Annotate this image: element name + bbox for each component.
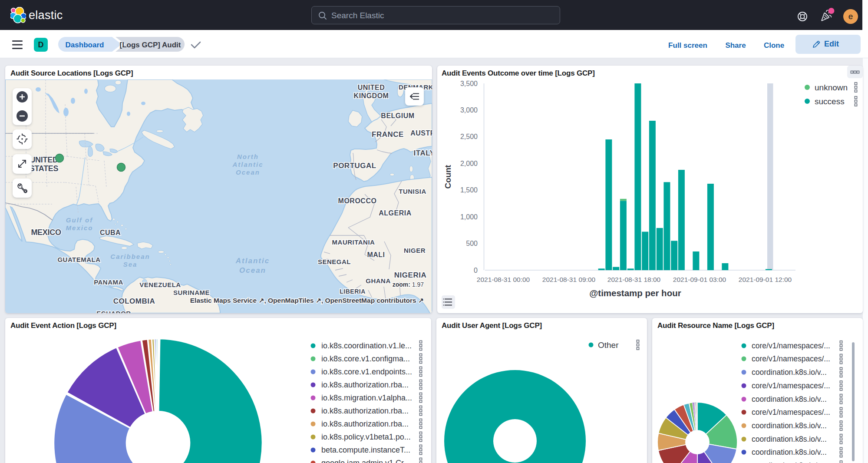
- svg-text:ITALY: ITALY: [414, 149, 432, 157]
- svg-text:TUNISIA: TUNISIA: [399, 188, 426, 195]
- svg-text:io.k8s.policy.v1beta1.po...: io.k8s.policy.v1beta1.po...: [321, 433, 411, 441]
- svg-text:2,500: 2,500: [460, 133, 478, 140]
- svg-text:Dashboard: Dashboard: [66, 41, 104, 49]
- svg-text:Atlantic: Atlantic: [235, 257, 270, 265]
- svg-text:coordination.k8s.io/v...: coordination.k8s.io/v...: [752, 395, 827, 403]
- svg-text:core/v1/namespaces/...: core/v1/namespaces/...: [752, 354, 830, 363]
- svg-text:io.k8s.authorization.rba...: io.k8s.authorization.rba...: [321, 407, 409, 415]
- svg-text:MEXICO: MEXICO: [31, 228, 61, 237]
- svg-text:io.k8s.authorization.rba...: io.k8s.authorization.rba...: [321, 380, 409, 389]
- svg-text:UNITED: UNITED: [30, 155, 58, 164]
- svg-text:2021-08-31 09:00: 2021-08-31 09:00: [542, 276, 596, 283]
- svg-text:3,500: 3,500: [460, 80, 478, 87]
- svg-text:SURINAME: SURINAME: [173, 289, 210, 296]
- svg-text:Ocean: Ocean: [236, 169, 260, 176]
- svg-text:1,000: 1,000: [460, 213, 478, 221]
- svg-text:COLOMBIA: COLOMBIA: [113, 297, 155, 305]
- svg-text:google.iam.admin.v1.Cr...: google.iam.admin.v1.Cr...: [321, 459, 410, 463]
- svg-text:Gulf of: Gulf of: [66, 216, 93, 224]
- svg-text:io.k8s.coordination.v1.le...: io.k8s.coordination.v1.le...: [321, 341, 412, 350]
- svg-text:GHANA: GHANA: [366, 277, 391, 284]
- svg-text:MALI: MALI: [367, 251, 385, 258]
- svg-text:Count: Count: [443, 165, 452, 189]
- svg-text:MAURITANIA: MAURITANIA: [332, 238, 375, 246]
- svg-text:2021-08-31 00:00: 2021-08-31 00:00: [477, 276, 530, 283]
- svg-text:0: 0: [474, 267, 478, 274]
- svg-text:3,000: 3,000: [460, 106, 478, 114]
- svg-text:2,000: 2,000: [460, 160, 478, 167]
- svg-text:core/v1/namespaces/...: core/v1/namespaces/...: [752, 381, 830, 390]
- svg-text:North: North: [237, 153, 259, 160]
- svg-text:AUSTR: AUSTR: [410, 129, 432, 137]
- svg-text:coordination.k8s.io/v...: coordination.k8s.io/v...: [752, 368, 827, 377]
- svg-text:coordination.k8s.io/v...: coordination.k8s.io/v...: [752, 461, 827, 463]
- svg-text:Mexico: Mexico: [66, 224, 93, 232]
- svg-text:coordination.k8s.io/v...: coordination.k8s.io/v...: [752, 435, 827, 443]
- svg-text:Other: Other: [598, 341, 619, 350]
- svg-text:Elastic Maps Service ↗, OpenMa: Elastic Maps Service ↗, OpenMapTiles ↗, …: [190, 297, 424, 304]
- svg-text:KINGDOM: KINGDOM: [354, 92, 389, 99]
- svg-text:beta.compute.instanceT...: beta.compute.instanceT...: [321, 446, 410, 454]
- svg-text:NIGER: NIGER: [404, 247, 426, 254]
- svg-text:VENEZUELA: VENEZUELA: [139, 281, 181, 288]
- svg-text:PORTUGAL: PORTUGAL: [333, 162, 376, 170]
- svg-text:1,500: 1,500: [460, 186, 478, 194]
- svg-text:unknown: unknown: [815, 83, 848, 92]
- svg-text:MOROCCO: MOROCCO: [338, 197, 377, 205]
- svg-text:io.k8s.authorization.rba...: io.k8s.authorization.rba...: [321, 420, 409, 428]
- svg-text:Sea: Sea: [123, 261, 138, 268]
- svg-text:io.k8s.migration.v1alpha...: io.k8s.migration.v1alpha...: [321, 394, 412, 402]
- svg-text:core/v1/namespaces/...: core/v1/namespaces/...: [752, 408, 830, 417]
- svg-text:PANAMA: PANAMA: [94, 278, 123, 286]
- svg-text:FRANCE: FRANCE: [372, 130, 404, 139]
- svg-text:ECUADOR: ECUADOR: [96, 310, 131, 313]
- svg-text:BELGIUM: BELGIUM: [381, 112, 414, 119]
- svg-text:success: success: [815, 97, 845, 106]
- svg-text:2021-08-31 18:00: 2021-08-31 18:00: [607, 276, 661, 283]
- svg-text:CUBA: CUBA: [100, 229, 121, 236]
- svg-text:NIGERIA: NIGERIA: [394, 271, 426, 279]
- svg-text:SENEGAL: SENEGAL: [318, 258, 351, 265]
- svg-text:core/v1/namespaces/...: core/v1/namespaces/...: [752, 341, 830, 350]
- svg-text:Ocean: Ocean: [239, 266, 266, 274]
- svg-text:UNITED: UNITED: [358, 84, 385, 91]
- svg-text:@timestamp per hour: @timestamp per hour: [589, 288, 681, 298]
- svg-text:GUATEMALA: GUATEMALA: [57, 256, 100, 263]
- svg-text:coordination.k8s.io/v...: coordination.k8s.io/v...: [752, 448, 827, 456]
- svg-text:Caribbean: Caribbean: [110, 253, 150, 260]
- svg-text:500: 500: [466, 240, 478, 247]
- svg-text:zoom: 1.97: zoom: 1.97: [393, 281, 424, 288]
- svg-text:coordination.k8s.io/v...: coordination.k8s.io/v...: [752, 421, 827, 430]
- svg-text:ALGERIA: ALGERIA: [379, 209, 412, 217]
- svg-text:Atlantic: Atlantic: [232, 161, 263, 168]
- svg-text:STATES: STATES: [30, 164, 59, 173]
- svg-text:io.k8s.core.v1.configma...: io.k8s.core.v1.configma...: [321, 354, 410, 363]
- svg-text:[Logs GCP] Audit: [Logs GCP] Audit: [119, 41, 181, 49]
- svg-text:io.k8s.core.v1.endpoints...: io.k8s.core.v1.endpoints...: [321, 367, 412, 376]
- svg-text:2021-09-01 12:00: 2021-09-01 12:00: [739, 276, 792, 283]
- svg-text:2021-09-01 03:00: 2021-09-01 03:00: [673, 276, 726, 283]
- svg-text:LIBERIA: LIBERIA: [340, 288, 366, 295]
